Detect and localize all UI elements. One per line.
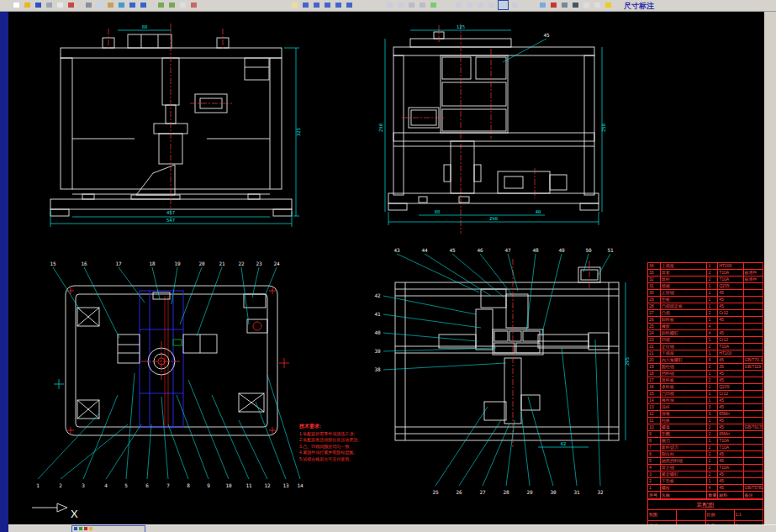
parts-list-cell: 45: [718, 418, 743, 424]
taskbar-tray[interactable]: [71, 525, 145, 532]
parts-list-cell: [744, 438, 763, 444]
table-icon[interactable]: [593, 1, 602, 9]
parts-list-cell: 45: [718, 398, 743, 403]
help-icon[interactable]: [604, 1, 613, 9]
tray-icon[interactable]: [84, 527, 87, 530]
parts-list-cell: 32: [648, 277, 661, 282]
print-preview-icon[interactable]: [55, 1, 65, 9]
layer-states-icon[interactable]: [418, 1, 427, 9]
parts-list-cell: GB/T70.1: [744, 357, 763, 363]
parts-list-cell: 25: [648, 324, 661, 329]
parts-list-cell: 2: [707, 277, 718, 282]
regen-icon[interactable]: [396, 1, 405, 9]
parts-list-cell: [744, 317, 763, 323]
technical-notes: 技术要求: 1.装配前所有零件须清洗干净;2.装配后各活动部位应运动灵活;3.凸…: [299, 424, 373, 462]
parts-list-row: 5始用挡料销145: [648, 458, 763, 465]
tray-icon[interactable]: [89, 527, 92, 530]
zoom-window-icon[interactable]: [312, 1, 321, 9]
copy-icon[interactable]: [95, 1, 104, 9]
parts-list-cell: [718, 324, 743, 329]
title-block-cell: [677, 510, 705, 520]
toolbar-group: [454, 1, 521, 10]
title-block-cell: 制图: [648, 510, 677, 520]
redraw-icon[interactable]: [385, 1, 394, 9]
save-icon[interactable]: [34, 1, 43, 9]
parts-list-cell: 1: [707, 398, 718, 403]
parts-list-cell: 45: [718, 458, 743, 464]
parts-list-cell: 导料板: [661, 377, 708, 383]
parts-list-cell: HT200: [718, 263, 743, 269]
zoom-out-icon[interactable]: [345, 1, 354, 9]
parts-list-cell: 20: [648, 357, 661, 363]
dim-angular-icon[interactable]: [487, 1, 496, 9]
layers-icon[interactable]: [407, 1, 416, 9]
parts-list-cell: [744, 451, 763, 457]
parts-list-row: 18挡料销145: [648, 371, 763, 377]
make-block-icon[interactable]: [167, 1, 177, 9]
parts-list-row: 23凹模1Cr12: [648, 337, 763, 344]
tray-icon[interactable]: [79, 527, 82, 530]
hatch-icon[interactable]: [189, 1, 198, 9]
parts-list-cell: 45: [718, 317, 743, 323]
lineweight-control-icon[interactable]: [571, 1, 580, 9]
parts-list-cell: 卸料螺钉: [661, 330, 708, 336]
parts-list-cell: 34: [648, 263, 661, 269]
properties-icon[interactable]: [538, 1, 547, 9]
parts-list-cell: 2: [707, 471, 718, 477]
dim-edit-icon[interactable]: [498, 0, 509, 10]
parts-list-cell: 1: [707, 337, 718, 343]
redo-icon[interactable]: [139, 1, 148, 9]
undo-icon[interactable]: [128, 1, 137, 9]
parts-list-cell: 2: [707, 344, 718, 350]
zoom-in-icon[interactable]: [334, 1, 343, 9]
zoom-previous-icon[interactable]: [323, 1, 332, 9]
dim-aligned-icon[interactable]: [465, 1, 474, 9]
color-control-icon[interactable]: [549, 1, 558, 9]
note-line: 4.紧固件须拧紧并有防松措施;: [299, 450, 373, 456]
dim-style-icon[interactable]: [510, 1, 520, 9]
new-icon[interactable]: [12, 1, 21, 9]
parts-list-cell: [744, 263, 763, 269]
dim-radius-icon[interactable]: [476, 1, 485, 9]
paste-icon[interactable]: [106, 1, 115, 9]
parts-list-cell: 数量: [707, 492, 718, 498]
parts-list-row: 12弹簧365Mn: [648, 411, 763, 418]
parts-list-cell: [744, 458, 763, 464]
osnap-icon[interactable]: [429, 1, 438, 9]
parts-list-cell: [744, 384, 763, 390]
parts-list-row: 29垫板145: [648, 297, 763, 303]
parts-list-row: 33导套2T10A标准件: [648, 270, 763, 277]
insert-block-icon[interactable]: [156, 1, 166, 9]
parts-list-row: 24卸料螺钉445: [648, 330, 763, 337]
parts-list-row: 7废料切刀2T10A: [648, 445, 763, 451]
cut-icon[interactable]: [84, 1, 93, 9]
match-properties-icon[interactable]: [117, 1, 126, 9]
parts-list-cell: 限位柱: [661, 451, 708, 457]
parts-list-cell: [744, 398, 763, 403]
parts-list-cell: 7: [648, 445, 661, 450]
toolbar-group: [290, 1, 356, 9]
point-style-icon[interactable]: [178, 1, 187, 9]
spell-icon[interactable]: [66, 1, 76, 9]
text-style-icon[interactable]: [582, 1, 591, 9]
print-icon[interactable]: [45, 1, 54, 9]
parts-list-cell: 3: [707, 411, 718, 417]
open-icon[interactable]: [23, 1, 32, 9]
parts-list-cell: [744, 431, 763, 437]
parts-list-cell: 凹模: [661, 337, 708, 343]
parts-list-cell: T10A: [718, 344, 743, 350]
parts-list-cell: [744, 478, 763, 484]
linetype-control-icon[interactable]: [560, 1, 569, 9]
parts-list-cell: 标准件: [744, 270, 763, 276]
parts-list-row: 8侧刃1T10A: [648, 438, 763, 445]
dim-linear-icon[interactable]: [454, 1, 463, 9]
zoom-realtime-icon[interactable]: [301, 1, 310, 9]
parts-list-cell: T10A: [718, 270, 743, 276]
toolbar-label: 尺寸标注: [624, 1, 654, 12]
pan-icon[interactable]: [290, 1, 299, 9]
parts-list-cell: 凸模固定板: [661, 303, 708, 309]
parts-list-cell: 8: [648, 438, 661, 444]
tray-icon[interactable]: [74, 527, 77, 530]
parts-list-cell: 下垫板: [661, 478, 708, 484]
parts-list-cell: 橡胶: [661, 324, 708, 329]
